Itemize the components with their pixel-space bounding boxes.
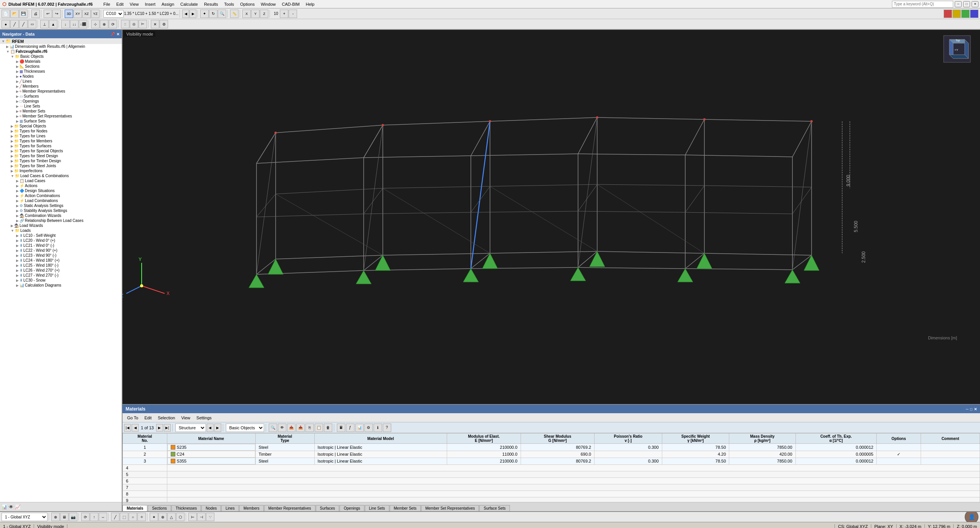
tree-item-member-set-reps[interactable]: ▶ ≈ Member Set Representatives	[0, 114, 122, 119]
table-row[interactable]: 1 S235 Steel Isotropic | Linear Elastic …	[123, 444, 980, 451]
materials-edit[interactable]: Edit	[141, 415, 155, 421]
properties-tool[interactable]: ⚙	[160, 20, 168, 28]
tree-item-types-steel-design[interactable]: ▶ 📁 Types for Steel Design	[0, 153, 122, 158]
bottom-draw-5[interactable]: ✦	[150, 513, 158, 521]
print-button[interactable]: 🖨	[31, 10, 40, 18]
mat-page-first[interactable]: |◀	[124, 424, 131, 432]
mat-filter-btn[interactable]: 🔍	[269, 424, 277, 432]
tree-item-types-special[interactable]: ▶ 📁 Types for Special Objects	[0, 148, 122, 153]
mat-results-btn[interactable]: 📊	[355, 424, 364, 432]
tab-member-reps[interactable]: Member Representatives	[264, 505, 315, 511]
x-axis-button[interactable]: X	[242, 10, 251, 18]
select-button[interactable]: ✦	[200, 10, 209, 18]
zoom-out-button[interactable]: -	[289, 10, 297, 18]
structure-combo[interactable]: Structure	[175, 424, 206, 432]
tree-item-types-lines[interactable]: ▶ 📁 Types for Lines	[0, 134, 122, 139]
tree-item-lc25[interactable]: ▶ ⬇ LC25 - Wind 180° (-)	[0, 263, 122, 268]
tab-line-sets[interactable]: Line Sets	[365, 505, 389, 511]
mat-settings2-btn[interactable]: ⚙	[364, 424, 373, 432]
nav-prev-button[interactable]: ◀	[182, 10, 189, 18]
table-row[interactable]: 4	[123, 465, 980, 471]
minimize-button[interactable]: ─	[955, 1, 962, 7]
table-row[interactable]: 3 S355 Steel Isotropic | Linear Elastic …	[123, 458, 980, 465]
tree-item-basic-objects[interactable]: ▼ 📁 Basic Objects	[0, 54, 122, 59]
maximize-button[interactable]: □	[963, 1, 970, 7]
tree-item-load-wizards[interactable]: ▶ 🧙 Load Wizards	[0, 223, 122, 228]
bottom-draw-3[interactable]: ○	[129, 513, 137, 521]
materials-maximize-btn[interactable]: □	[970, 407, 972, 411]
ortho-tool[interactable]: ⊢	[139, 20, 147, 28]
tab-materials[interactable]: Materials	[122, 505, 147, 511]
tree-item-load-cases[interactable]: ▶ 📋 Load Cases	[0, 178, 122, 183]
open-button[interactable]: 📂	[10, 10, 19, 18]
tab-surfaces[interactable]: Surfaces	[316, 505, 339, 511]
member-tool[interactable]: ╱	[19, 20, 28, 28]
color-blue-button[interactable]	[970, 10, 978, 18]
nav-pin-button[interactable]: 📌	[111, 32, 115, 36]
tab-sections[interactable]: Sections	[148, 505, 171, 511]
bottom-tb-2[interactable]: 🖥	[60, 513, 69, 521]
mat-view-btn[interactable]: 👁	[278, 424, 286, 432]
load-surface-tool[interactable]: ↓⬛	[79, 20, 87, 28]
menu-calculate[interactable]: Calculate	[177, 1, 201, 7]
mat-export-btn[interactable]: 📤	[287, 424, 296, 432]
menu-window[interactable]: Window	[258, 1, 279, 7]
materials-close-btn[interactable]: ✕	[974, 407, 977, 411]
materials-settings[interactable]: Settings	[193, 415, 215, 421]
tree-item-actions[interactable]: ▶ ⚡ Actions	[0, 183, 122, 188]
tree-item-types-steel-joints[interactable]: ▶ 📁 Types for Steel Joints	[0, 163, 122, 168]
tree-item-loads[interactable]: ▼ 📁 Loads	[0, 228, 122, 233]
tree-item-design-situations[interactable]: ▶ 🔷 Design Situations	[0, 188, 122, 193]
coord-system-select[interactable]: 1 - Global XYZ	[2, 513, 47, 521]
bottom-draw-8[interactable]: ⬡	[176, 513, 185, 521]
menu-assign[interactable]: Assign	[158, 1, 177, 7]
tree-item-types-timber[interactable]: ▶ 📁 Types for Timber Design	[0, 158, 122, 163]
tree-item-lc22[interactable]: ▶ ⬇ LC22 - Wind 90° (+)	[0, 248, 122, 253]
tab-nodes[interactable]: Nodes	[201, 505, 221, 511]
tree-item-static-analysis[interactable]: ▶ ⚙ Static Analysis Settings	[0, 203, 122, 208]
tree-item-load-combinations[interactable]: ▶ ⚡ Load Combinations	[0, 198, 122, 203]
nav-results-icon[interactable]: 📈	[15, 504, 21, 510]
mat-nav-next[interactable]: ▶	[214, 424, 221, 432]
mat-import-btn[interactable]: 📥	[296, 424, 305, 432]
tree-item-rfem[interactable]: ▼ 📁 RFEM	[0, 38, 122, 44]
table-row[interactable]: 7	[123, 484, 980, 491]
tab-member-set-reps[interactable]: Member Set Representatives	[421, 505, 479, 511]
menu-help[interactable]: Help	[303, 1, 318, 7]
tab-member-sets[interactable]: Member Sets	[390, 505, 421, 511]
tree-item-lc20[interactable]: ▶ ⬇ LC20 - Wind 0° (+)	[0, 238, 122, 243]
redo-button[interactable]: ↪	[52, 10, 61, 18]
materials-table-container[interactable]: MaterialNo. Material Name MaterialType M…	[122, 433, 980, 502]
3d-view[interactable]: Visibility mode	[122, 30, 980, 404]
tree-item-action-combos[interactable]: ▶ ⚡ Action Combinations	[0, 193, 122, 198]
bottom-tb-3[interactable]: 📷	[69, 513, 77, 521]
color-yellow-button[interactable]	[952, 10, 961, 18]
tree-item-surface-sets[interactable]: ▶ ▦ Surface Sets	[0, 119, 122, 124]
menu-edit[interactable]: Edit	[113, 1, 127, 7]
tree-item-load-cases-combos[interactable]: ▼ 📁 Load Cases & Combinations	[0, 173, 122, 178]
tree-item-lc10[interactable]: ▶ ⬇ LC10 - Self-Weight	[0, 233, 122, 238]
tree-item-lines[interactable]: ▶ ╱ Lines	[0, 79, 122, 84]
bottom-snap-3[interactable]: ∵	[206, 513, 214, 521]
tree-item-combination-wizards[interactable]: ▶ 🧙 Combination Wizards	[0, 213, 122, 218]
bottom-draw-7[interactable]: △	[167, 513, 176, 521]
mat-paste-btn[interactable]: 📋	[315, 424, 323, 432]
mat-copy-btn[interactable]: ⎘	[305, 424, 314, 432]
mat-page-last[interactable]: ▶|	[164, 424, 171, 432]
bottom-tb-6[interactable]: ↔	[99, 513, 107, 521]
delete-tool[interactable]: ✕	[151, 20, 159, 28]
materials-minimize-btn[interactable]: ─	[966, 407, 969, 411]
color-red-button[interactable]	[944, 10, 952, 18]
snap-grid-tool[interactable]: ::	[121, 20, 129, 28]
table-row[interactable]: 6	[123, 478, 980, 484]
tree-item-lc21[interactable]: ▶ ⬇ LC21 - Wind 0° (-)	[0, 243, 122, 248]
nav-next-button[interactable]: ▶	[189, 10, 196, 18]
menu-results[interactable]: Results	[201, 1, 221, 7]
bottom-draw-6[interactable]: ⊕	[158, 513, 167, 521]
menu-file[interactable]: File	[100, 1, 113, 7]
load-node-tool[interactable]: ↓	[61, 20, 70, 28]
tree-item-lc30[interactable]: ▶ ⬇ LC30 - Snow	[0, 278, 122, 283]
view-yz-button[interactable]: YZ	[91, 10, 100, 18]
move-tool[interactable]: ⊹	[91, 20, 100, 28]
mat-delete-btn[interactable]: 🗑	[324, 424, 332, 432]
